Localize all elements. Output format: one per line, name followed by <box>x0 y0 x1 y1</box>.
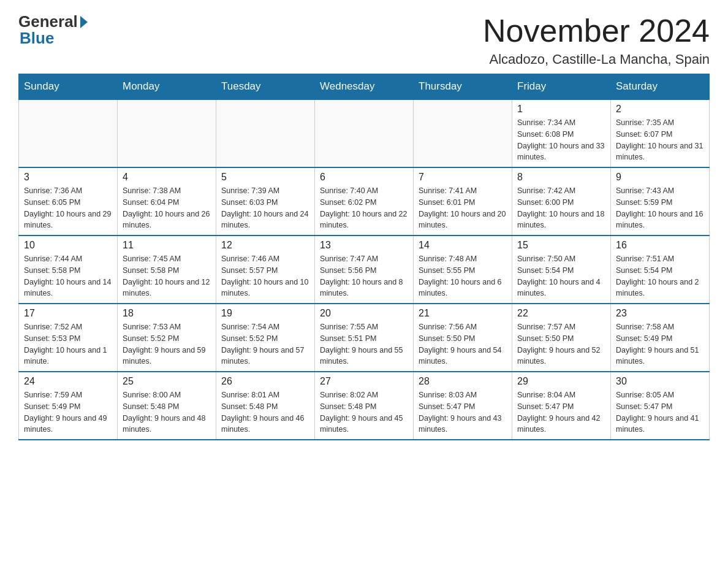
day-number: 2 <box>616 104 704 115</box>
day-header-tuesday: Tuesday <box>216 74 315 100</box>
day-info: Sunrise: 8:02 AM Sunset: 5:48 PM Dayligh… <box>320 389 408 435</box>
day-info: Sunrise: 7:53 AM Sunset: 5:52 PM Dayligh… <box>123 321 211 367</box>
day-info: Sunrise: 7:36 AM Sunset: 6:05 PM Dayligh… <box>24 185 112 231</box>
day-number: 16 <box>616 240 704 251</box>
day-number: 21 <box>419 308 507 319</box>
calendar-cell <box>19 99 118 167</box>
day-number: 27 <box>320 376 408 387</box>
calendar-week-row: 1Sunrise: 7:34 AM Sunset: 6:08 PM Daylig… <box>19 99 710 167</box>
day-info: Sunrise: 7:58 AM Sunset: 5:49 PM Dayligh… <box>616 321 704 367</box>
day-number: 4 <box>123 172 211 183</box>
calendar-cell: 15Sunrise: 7:50 AM Sunset: 5:54 PM Dayli… <box>512 236 611 304</box>
day-number: 30 <box>616 376 704 387</box>
calendar-cell: 4Sunrise: 7:38 AM Sunset: 6:04 PM Daylig… <box>118 167 216 236</box>
day-info: Sunrise: 7:46 AM Sunset: 5:57 PM Dayligh… <box>221 253 309 299</box>
calendar-week-row: 24Sunrise: 7:59 AM Sunset: 5:49 PM Dayli… <box>19 372 710 440</box>
calendar-cell: 29Sunrise: 8:04 AM Sunset: 5:47 PM Dayli… <box>512 372 611 440</box>
day-info: Sunrise: 7:54 AM Sunset: 5:52 PM Dayligh… <box>221 321 309 367</box>
day-header-wednesday: Wednesday <box>315 74 414 100</box>
calendar-cell <box>216 99 315 167</box>
calendar-cell: 21Sunrise: 7:56 AM Sunset: 5:50 PM Dayli… <box>414 304 512 372</box>
calendar-table: SundayMondayTuesdayWednesdayThursdayFrid… <box>18 74 710 440</box>
calendar-cell: 19Sunrise: 7:54 AM Sunset: 5:52 PM Dayli… <box>216 304 315 372</box>
day-header-friday: Friday <box>512 74 611 100</box>
day-number: 24 <box>24 376 112 387</box>
day-header-saturday: Saturday <box>611 74 710 100</box>
day-number: 28 <box>419 376 507 387</box>
day-number: 15 <box>517 240 605 251</box>
title-area: November 2024 Alcadozo, Castille-La Manc… <box>483 12 710 67</box>
day-info: Sunrise: 7:43 AM Sunset: 5:59 PM Dayligh… <box>616 185 704 231</box>
calendar-cell: 2Sunrise: 7:35 AM Sunset: 6:07 PM Daylig… <box>611 99 710 167</box>
day-header-monday: Monday <box>118 74 216 100</box>
day-number: 19 <box>221 308 309 319</box>
day-number: 13 <box>320 240 408 251</box>
day-info: Sunrise: 8:04 AM Sunset: 5:47 PM Dayligh… <box>517 389 605 435</box>
calendar-week-row: 10Sunrise: 7:44 AM Sunset: 5:58 PM Dayli… <box>19 236 710 304</box>
calendar-cell: 17Sunrise: 7:52 AM Sunset: 5:53 PM Dayli… <box>19 304 118 372</box>
day-info: Sunrise: 7:45 AM Sunset: 5:58 PM Dayligh… <box>123 253 211 299</box>
location-subtitle: Alcadozo, Castille-La Mancha, Spain <box>483 52 710 67</box>
day-info: Sunrise: 7:50 AM Sunset: 5:54 PM Dayligh… <box>517 253 605 299</box>
calendar-cell: 10Sunrise: 7:44 AM Sunset: 5:58 PM Dayli… <box>19 236 118 304</box>
calendar-cell: 23Sunrise: 7:58 AM Sunset: 5:49 PM Dayli… <box>611 304 710 372</box>
calendar-cell <box>118 99 216 167</box>
day-number: 26 <box>221 376 309 387</box>
calendar-cell: 5Sunrise: 7:39 AM Sunset: 6:03 PM Daylig… <box>216 167 315 236</box>
calendar-cell: 9Sunrise: 7:43 AM Sunset: 5:59 PM Daylig… <box>611 167 710 236</box>
calendar-cell: 24Sunrise: 7:59 AM Sunset: 5:49 PM Dayli… <box>19 372 118 440</box>
day-number: 8 <box>517 172 605 183</box>
day-info: Sunrise: 7:35 AM Sunset: 6:07 PM Dayligh… <box>616 117 704 163</box>
calendar-cell: 11Sunrise: 7:45 AM Sunset: 5:58 PM Dayli… <box>118 236 216 304</box>
day-number: 6 <box>320 172 408 183</box>
day-number: 14 <box>419 240 507 251</box>
calendar-cell: 1Sunrise: 7:34 AM Sunset: 6:08 PM Daylig… <box>512 99 611 167</box>
calendar-header-row: SundayMondayTuesdayWednesdayThursdayFrid… <box>19 74 710 100</box>
calendar-cell: 7Sunrise: 7:41 AM Sunset: 6:01 PM Daylig… <box>414 167 512 236</box>
calendar-cell: 12Sunrise: 7:46 AM Sunset: 5:57 PM Dayli… <box>216 236 315 304</box>
calendar-cell <box>414 99 512 167</box>
day-number: 20 <box>320 308 408 319</box>
day-info: Sunrise: 7:39 AM Sunset: 6:03 PM Dayligh… <box>221 185 309 231</box>
calendar-cell: 13Sunrise: 7:47 AM Sunset: 5:56 PM Dayli… <box>315 236 414 304</box>
day-number: 9 <box>616 172 704 183</box>
day-info: Sunrise: 7:55 AM Sunset: 5:51 PM Dayligh… <box>320 321 408 367</box>
day-info: Sunrise: 7:42 AM Sunset: 6:00 PM Dayligh… <box>517 185 605 231</box>
day-info: Sunrise: 7:47 AM Sunset: 5:56 PM Dayligh… <box>320 253 408 299</box>
day-info: Sunrise: 8:01 AM Sunset: 5:48 PM Dayligh… <box>221 389 309 435</box>
day-number: 25 <box>123 376 211 387</box>
calendar-week-row: 3Sunrise: 7:36 AM Sunset: 6:05 PM Daylig… <box>19 167 710 236</box>
day-info: Sunrise: 7:59 AM Sunset: 5:49 PM Dayligh… <box>24 389 112 435</box>
calendar-cell: 26Sunrise: 8:01 AM Sunset: 5:48 PM Dayli… <box>216 372 315 440</box>
day-info: Sunrise: 7:40 AM Sunset: 6:02 PM Dayligh… <box>320 185 408 231</box>
calendar-cell <box>315 99 414 167</box>
calendar-week-row: 17Sunrise: 7:52 AM Sunset: 5:53 PM Dayli… <box>19 304 710 372</box>
calendar-cell: 16Sunrise: 7:51 AM Sunset: 5:54 PM Dayli… <box>611 236 710 304</box>
day-number: 5 <box>221 172 309 183</box>
day-number: 7 <box>419 172 507 183</box>
day-number: 18 <box>123 308 211 319</box>
calendar-cell: 18Sunrise: 7:53 AM Sunset: 5:52 PM Dayli… <box>118 304 216 372</box>
day-info: Sunrise: 7:57 AM Sunset: 5:50 PM Dayligh… <box>517 321 605 367</box>
calendar-cell: 3Sunrise: 7:36 AM Sunset: 6:05 PM Daylig… <box>19 167 118 236</box>
day-header-thursday: Thursday <box>414 74 512 100</box>
day-number: 1 <box>517 104 605 115</box>
calendar-cell: 28Sunrise: 8:03 AM Sunset: 5:47 PM Dayli… <box>414 372 512 440</box>
day-number: 12 <box>221 240 309 251</box>
day-info: Sunrise: 8:03 AM Sunset: 5:47 PM Dayligh… <box>419 389 507 435</box>
day-info: Sunrise: 8:00 AM Sunset: 5:48 PM Dayligh… <box>123 389 211 435</box>
day-info: Sunrise: 7:34 AM Sunset: 6:08 PM Dayligh… <box>517 117 605 163</box>
day-info: Sunrise: 7:41 AM Sunset: 6:01 PM Dayligh… <box>419 185 507 231</box>
day-header-sunday: Sunday <box>19 74 118 100</box>
calendar-cell: 22Sunrise: 7:57 AM Sunset: 5:50 PM Dayli… <box>512 304 611 372</box>
day-number: 11 <box>123 240 211 251</box>
day-info: Sunrise: 8:05 AM Sunset: 5:47 PM Dayligh… <box>616 389 704 435</box>
logo: General Blue <box>18 12 88 48</box>
day-info: Sunrise: 7:51 AM Sunset: 5:54 PM Dayligh… <box>616 253 704 299</box>
day-number: 22 <box>517 308 605 319</box>
calendar-cell: 6Sunrise: 7:40 AM Sunset: 6:02 PM Daylig… <box>315 167 414 236</box>
calendar-cell: 27Sunrise: 8:02 AM Sunset: 5:48 PM Dayli… <box>315 372 414 440</box>
calendar-cell: 20Sunrise: 7:55 AM Sunset: 5:51 PM Dayli… <box>315 304 414 372</box>
logo-blue-label: Blue <box>18 29 54 48</box>
day-number: 10 <box>24 240 112 251</box>
